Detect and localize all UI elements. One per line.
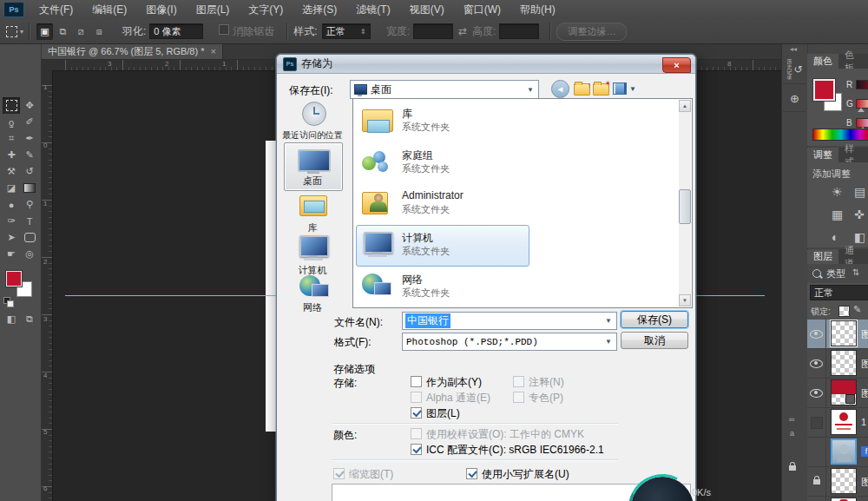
visibility-toggle[interactable]	[807, 408, 826, 437]
adjustment-balance-icon[interactable]: ✜	[854, 208, 865, 221]
menu-help[interactable]: 帮助(H)	[510, 1, 565, 19]
alpha-channels-checkbox[interactable]: Alpha 通道(E)	[411, 391, 490, 405]
icc-profile-checkbox[interactable]: ICC 配置文件(C): sRGB IEC61966-2.1	[411, 443, 604, 458]
layer-thumbnail[interactable]	[831, 438, 857, 465]
scroll-up-button[interactable]: ▲	[679, 100, 691, 112]
new-folder-button[interactable]: ✶	[593, 83, 609, 96]
sidebar-item-libraries[interactable]	[298, 194, 329, 220]
tool-history-brush[interactable]: ↺	[21, 163, 38, 180]
tool-hand[interactable]: ☛	[3, 246, 20, 262]
tool-blur[interactable]: ●	[3, 196, 20, 213]
layer-row-5[interactable]: f	[807, 438, 868, 467]
quick-mask-button[interactable]: ◧	[3, 311, 20, 327]
close-tab-icon[interactable]: ×	[211, 46, 216, 56]
back-button[interactable]: ◄	[551, 80, 569, 98]
dialog-title-bar[interactable]: Ps 存储为	[277, 55, 695, 74]
layer-row-1[interactable]: 图	[807, 320, 868, 349]
selection-mode-subtract-button[interactable]: ⧄	[73, 23, 89, 40]
screen-mode-button[interactable]: ⧉	[21, 311, 38, 327]
menu-file[interactable]: 文件(F)	[30, 1, 82, 19]
layers-checkbox[interactable]: 图层(L)	[411, 406, 460, 421]
panel-foreground-swatch[interactable]	[813, 79, 835, 101]
tab-color[interactable]: 颜色	[807, 54, 839, 69]
views-menu-button[interactable]: ▼	[613, 82, 636, 95]
dialog-close-button[interactable]: ×	[662, 57, 691, 73]
save-in-combobox[interactable]: 桌面 ▼	[350, 80, 539, 99]
tool-type[interactable]: T	[21, 213, 38, 229]
menu-layer[interactable]: 图层(L)	[187, 1, 240, 19]
file-item-computer[interactable]: 计算机 系统文件夹	[353, 225, 674, 266]
menu-window[interactable]: 窗口(W)	[454, 1, 510, 19]
default-colors-icon[interactable]	[3, 297, 12, 306]
selection-mode-intersect-button[interactable]: ⧈	[91, 23, 108, 40]
style-select[interactable]: 正常⇕	[322, 23, 371, 39]
layer-thumbnail[interactable]	[831, 468, 857, 494]
adjustment-curves-icon[interactable]: ▦	[832, 208, 843, 221]
tool-move[interactable]: ✥	[21, 97, 38, 114]
lock-paint-icon[interactable]: ✎	[853, 304, 861, 315]
tool-gradient[interactable]	[21, 180, 38, 196]
spot-colors-checkbox[interactable]: 专色(P)	[513, 391, 563, 405]
file-item-administrator[interactable]: Administrator 系统文件夹	[353, 183, 674, 224]
visibility-toggle[interactable]	[807, 349, 826, 378]
slider-marker-icon[interactable]	[858, 108, 865, 112]
thumbnail-checkbox[interactable]: 缩览图(T)	[333, 467, 393, 482]
sidebar-item-network[interactable]	[299, 275, 329, 300]
tool-rect-marquee[interactable]	[3, 97, 20, 114]
filename-combobox[interactable]: 中国银行 ▼	[402, 312, 617, 330]
layer-row-7[interactable]	[807, 497, 868, 501]
adjustment-levels-icon[interactable]: ▤	[854, 185, 865, 199]
collapse-panels-icon[interactable]: ◂◂	[790, 45, 797, 53]
height-input[interactable]	[499, 23, 539, 39]
foreground-color-swatch[interactable]	[6, 271, 22, 287]
annotations-checkbox[interactable]: 注释(N)	[513, 375, 564, 390]
file-item-libraries[interactable]: 库 系统文件夹	[353, 101, 674, 142]
list-scrollbar[interactable]: ▲ ▼	[679, 100, 691, 307]
visibility-toggle[interactable]	[807, 497, 826, 501]
visibility-toggle[interactable]	[807, 320, 826, 348]
scrollbar-thumb[interactable]	[679, 189, 691, 224]
adjustment-photo-filter-icon[interactable]: ◧	[854, 230, 865, 244]
refine-edge-button[interactable]: 调整边缘…	[556, 23, 627, 41]
adjustment-bw-icon[interactable]: ◐	[832, 230, 838, 244]
history-panel-button[interactable]: 历史记录 ↺	[783, 56, 806, 84]
tool-preset-picker[interactable]: ▾	[6, 26, 23, 37]
layer-row-6[interactable]: 图	[807, 467, 868, 497]
tool-zoom[interactable]: ◎	[21, 246, 38, 262]
link-panel-icon[interactable]: ∞	[789, 415, 794, 424]
tool-quick-selection[interactable]: ✐	[21, 114, 38, 130]
layer-filter-label[interactable]: 类型	[826, 267, 845, 280]
file-item-network[interactable]: 网络 系统文件夹	[353, 267, 674, 307]
sidebar-item-computer[interactable]	[298, 235, 329, 263]
format-combobox[interactable]: Photoshop (*.PSD;*.PDD) ▼	[402, 333, 617, 351]
menu-select[interactable]: 选择(S)	[293, 1, 346, 19]
visibility-toggle[interactable]	[807, 379, 826, 407]
menu-type[interactable]: 文字(Y)	[239, 1, 293, 19]
layer-thumbnail[interactable]	[831, 350, 857, 376]
selection-mode-new-button[interactable]: ▣	[36, 23, 53, 40]
layer-thumbnail[interactable]	[831, 409, 857, 435]
tool-pen[interactable]: ✑	[3, 213, 20, 229]
tab-layers[interactable]: 图层	[807, 249, 839, 264]
cancel-button[interactable]: 取消	[621, 332, 688, 349]
chevron-updown-icon[interactable]: ⇅	[852, 267, 859, 277]
menu-image[interactable]: 图像(I)	[136, 1, 186, 19]
tool-clone-stamp[interactable]: ⚒	[3, 163, 20, 180]
selection-mode-add-button[interactable]: ⧉	[55, 23, 71, 40]
tool-dodge[interactable]: ⚲	[21, 196, 38, 213]
tool-lasso[interactable]: ƍ	[3, 114, 20, 130]
tool-eraser[interactable]: ◪	[3, 180, 20, 196]
menu-view[interactable]: 视图(V)	[400, 1, 454, 19]
tab-styles[interactable]: 样式	[838, 148, 868, 162]
tab-swatches[interactable]: 色板	[838, 54, 868, 69]
lowercase-extension-checkbox[interactable]: 使用小写扩展名(U)	[466, 467, 569, 482]
layer-thumbnail[interactable]	[831, 320, 857, 346]
visibility-toggle[interactable]	[807, 438, 826, 466]
tool-path-selection[interactable]: ➤	[3, 229, 20, 246]
character-panel-icon[interactable]: a	[790, 429, 794, 438]
layer-row-2[interactable]: 图	[807, 349, 868, 379]
tab-adjustments[interactable]: 调整	[807, 148, 839, 162]
menu-edit[interactable]: 编辑(E)	[82, 1, 136, 19]
up-one-level-button[interactable]: ↑	[574, 83, 590, 96]
proof-setup-checkbox[interactable]: 使用校样设置(O): 工作中的 CMYK	[411, 427, 584, 442]
